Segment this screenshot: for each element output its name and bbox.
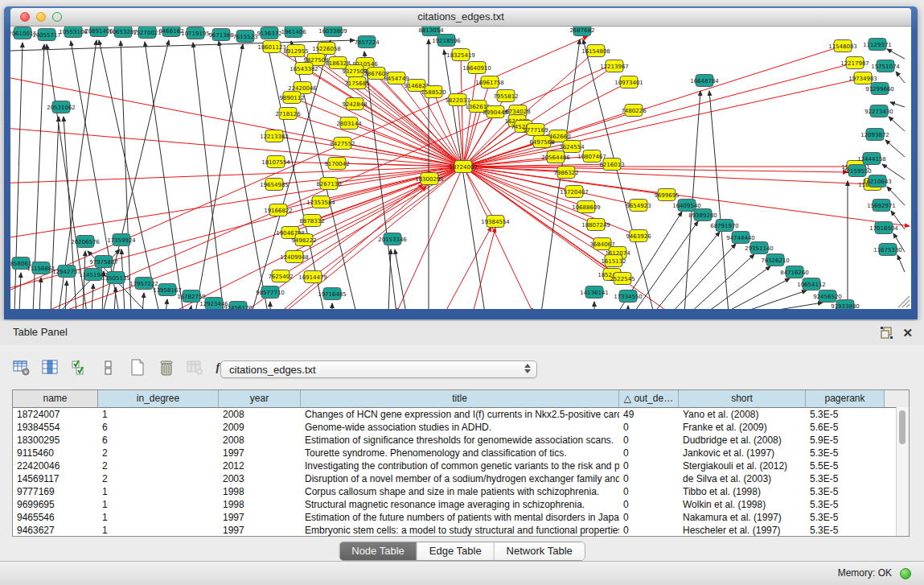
graph-node[interactable]: 10807467 bbox=[577, 150, 606, 163]
cell-in_degree[interactable]: 1 bbox=[98, 511, 219, 524]
window-titlebar[interactable]: citations_edges.txt bbox=[10, 8, 911, 27]
graph-node[interactable]: 1961406 bbox=[281, 27, 306, 38]
citation-edge-black[interactable] bbox=[706, 266, 770, 309]
cell-pagerank[interactable]: 5.3E-5 bbox=[806, 447, 885, 459]
graph-node[interactable]: 9170042 bbox=[324, 158, 349, 170]
table-row[interactable]: 1456911722003Disruption of a novel membe… bbox=[13, 472, 909, 485]
table-chooser-dropdown[interactable]: citations_edges.txt bbox=[220, 360, 537, 378]
citation-edge-black[interactable] bbox=[741, 290, 807, 309]
cell-title[interactable]: Embryonic stem cells: a model to study s… bbox=[301, 524, 619, 537]
cell-name[interactable]: 9777169 bbox=[13, 485, 98, 498]
cell-year[interactable]: 2012 bbox=[219, 459, 301, 472]
graph-node[interactable]: 10654112 bbox=[797, 278, 826, 290]
graph-node[interactable]: 20531062 bbox=[47, 101, 76, 113]
graph-node[interactable]: 10553106 bbox=[59, 27, 88, 38]
cell-name[interactable]: 19384554 bbox=[13, 421, 98, 434]
column-header-year[interactable]: year bbox=[219, 390, 301, 407]
cell-name[interactable]: 18300295 bbox=[13, 434, 98, 447]
graph-node[interactable]: 8990448 bbox=[483, 106, 507, 118]
graph-node[interactable]: 17359924 bbox=[107, 234, 136, 246]
cell-out_de[interactable]: 0 bbox=[619, 511, 679, 524]
graph-node[interactable]: 7955812 bbox=[493, 90, 518, 102]
graph-node[interactable]: 29351140 bbox=[745, 242, 774, 254]
graph-node[interactable]: 9463926 bbox=[626, 230, 651, 242]
citation-edge-black[interactable] bbox=[887, 49, 905, 59]
graph-node[interactable]: 76326210 bbox=[761, 254, 790, 266]
tab-edge-table[interactable]: Edge Table bbox=[417, 542, 494, 560]
cell-short[interactable]: Yano et al. (2008) bbox=[679, 408, 806, 421]
cell-pagerank[interactable]: 5.3E-5 bbox=[806, 511, 885, 524]
graph-node[interactable]: 1615132 bbox=[601, 255, 626, 267]
table-mode-button[interactable] bbox=[11, 357, 32, 378]
graph-node[interactable]: 17334550 bbox=[614, 290, 643, 303]
cell-short[interactable]: Franke et al. (2009) bbox=[679, 421, 806, 434]
column-header-title[interactable]: title bbox=[301, 390, 619, 407]
float-panel-icon[interactable] bbox=[881, 327, 893, 339]
vertical-scrollbar[interactable] bbox=[896, 407, 909, 536]
graph-node[interactable]: 18325419 bbox=[446, 49, 475, 61]
graph-node[interactable]: 94744440 bbox=[726, 232, 755, 244]
cell-pagerank[interactable]: 5.3E-5 bbox=[806, 498, 885, 511]
tab-network-table[interactable]: Network Table bbox=[494, 542, 585, 560]
citation-edge-black[interactable] bbox=[39, 278, 41, 309]
graph-node[interactable]: 15226058 bbox=[312, 43, 341, 55]
table-row[interactable]: 2242004622012Investigating the contribut… bbox=[13, 459, 909, 472]
cell-short[interactable]: Jankovic et al. (1997) bbox=[679, 447, 806, 459]
graph-node[interactable]: 18107554 bbox=[261, 156, 290, 168]
cell-pagerank[interactable]: 5.6E-5 bbox=[806, 421, 885, 434]
cell-in_degree[interactable]: 2 bbox=[98, 459, 219, 472]
cell-in_degree[interactable]: 6 bbox=[98, 434, 219, 447]
graph-node[interactable]: 10973401 bbox=[614, 76, 643, 89]
cell-out_de[interactable]: 0 bbox=[619, 524, 679, 537]
graph-node[interactable]: 9242848 bbox=[342, 98, 367, 110]
graph-node[interactable]: 8427552 bbox=[330, 138, 355, 150]
citation-edge-black[interactable] bbox=[671, 244, 736, 309]
graph-node[interactable]: 2803144 bbox=[336, 117, 362, 130]
close-window-button[interactable] bbox=[20, 12, 30, 22]
cell-out_de[interactable]: 0 bbox=[619, 421, 679, 434]
graph-node[interactable]: 17016504 bbox=[869, 222, 898, 234]
cell-name[interactable]: 9115460 bbox=[13, 447, 98, 459]
cell-out_de[interactable]: 0 bbox=[619, 472, 679, 485]
graph-node[interactable]: 14136141 bbox=[580, 286, 609, 299]
cell-in_degree[interactable]: 1 bbox=[98, 485, 219, 498]
graph-node[interactable]: 7615523 bbox=[232, 31, 257, 43]
cell-year[interactable]: 1997 bbox=[219, 447, 301, 459]
cell-title[interactable]: Tourette syndrome. Phenomenology and cla… bbox=[301, 447, 619, 459]
cell-short[interactable]: Stergiakouli et al. (2012) bbox=[679, 459, 806, 472]
citation-edge-black[interactable] bbox=[885, 140, 905, 157]
citation-edge-black[interactable] bbox=[252, 40, 331, 309]
citation-edge-black[interactable] bbox=[725, 278, 790, 309]
network-view-window[interactable]: citations_edges.txt 18724007186011238912… bbox=[4, 6, 918, 319]
cell-name[interactable]: 14569117 bbox=[13, 472, 98, 485]
cell-year[interactable]: 1997 bbox=[219, 524, 301, 537]
cell-year[interactable]: 1997 bbox=[219, 511, 301, 524]
cell-in_degree[interactable]: 1 bbox=[98, 408, 219, 421]
graph-node[interactable]: 3175685 bbox=[344, 77, 369, 89]
cell-name[interactable]: 9465546 bbox=[13, 511, 98, 524]
citation-edge-red[interactable] bbox=[463, 82, 490, 167]
graph-node[interactable]: 9777169 bbox=[523, 124, 548, 136]
graph-node[interactable]: 15720407 bbox=[560, 186, 589, 198]
graph-node[interactable]: 84716260 bbox=[780, 266, 809, 278]
graph-node[interactable]: 11675330 bbox=[873, 244, 902, 256]
citation-edge-black[interactable] bbox=[395, 249, 406, 309]
graph-node[interactable]: 8267130 bbox=[316, 178, 341, 190]
cell-out_de[interactable]: 0 bbox=[619, 434, 679, 447]
graph-node[interactable]: 6216013 bbox=[599, 159, 624, 171]
graph-node[interactable]: 19384554 bbox=[481, 216, 510, 228]
table-row[interactable]: 977716911998Corpus callosum shape and si… bbox=[13, 485, 909, 498]
graph-node[interactable]: 9671388 bbox=[208, 29, 233, 41]
resize-grip-icon[interactable] bbox=[902, 300, 910, 307]
graph-node[interactable]: 2522545 bbox=[610, 273, 634, 285]
citation-edge-black[interactable] bbox=[195, 44, 243, 309]
graph-node[interactable]: 8878332 bbox=[299, 215, 324, 227]
citation-edge-black[interactable] bbox=[690, 254, 754, 309]
citation-edge-red[interactable] bbox=[274, 136, 463, 167]
cell-in_degree[interactable]: 2 bbox=[98, 447, 219, 459]
citation-edge-black[interactable] bbox=[896, 72, 905, 83]
graph-node[interactable]: 20153346 bbox=[378, 233, 407, 245]
citation-edge-black[interactable] bbox=[190, 306, 191, 309]
cell-short[interactable]: de Silva et al. (2003) bbox=[679, 472, 806, 485]
table-row[interactable]: 1872400712008Changes of HCN gene express… bbox=[13, 408, 909, 421]
